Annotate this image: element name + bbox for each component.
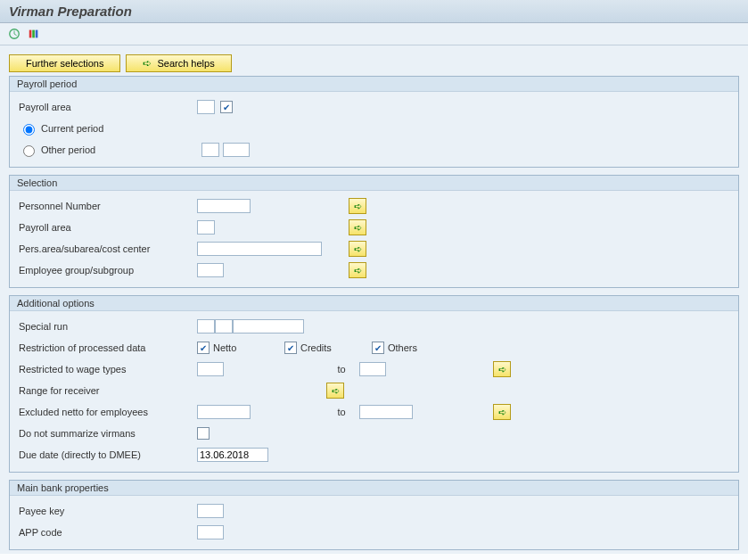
execute-icon[interactable] [7,27,21,41]
app-code-label: APP code [19,527,197,538]
do-not-summarize-label: Do not summarize virmans [19,428,197,439]
svg-rect-1 [29,30,32,38]
multi-select-icon[interactable] [326,383,344,399]
personnel-number-input[interactable] [197,199,251,213]
emp-group-label: Employee group/subgroup [19,265,197,276]
payee-key-input[interactable] [197,504,224,518]
group-selection: Selection Personnel Number Payroll area … [9,175,739,288]
multi-select-icon[interactable] [493,404,511,420]
restricted-wage-to[interactable] [359,362,386,376]
group-title-additional: Additional options [10,296,738,311]
variant-icon[interactable] [27,27,41,41]
payee-key-label: Payee key [19,506,197,516]
multi-select-icon[interactable] [349,241,366,257]
current-period-radio[interactable] [23,124,35,136]
to-label-2: to [324,407,359,417]
action-buttons: Further selections Search helps [9,54,739,72]
app-code-input[interactable] [197,525,224,539]
app-toolbar [0,23,748,45]
restricted-wage-from[interactable] [197,362,224,376]
pers-area-input[interactable] [197,242,322,256]
credits-label: Credits [300,342,372,353]
to-label-1: to [324,364,359,375]
range-receiver-label: Range for receiver [19,385,197,396]
other-period-input-1[interactable] [201,143,219,157]
restricted-wage-label: Restricted to wage types [19,364,197,375]
special-run-input-3[interactable] [233,319,304,334]
others-label: Others [388,342,417,353]
netto-label: Netto [213,342,284,353]
current-period-label: Current period [41,123,103,134]
credits-checkbox[interactable] [284,342,297,354]
emp-group-input[interactable] [197,263,224,277]
payroll-area-label: Payroll area [19,102,197,112]
other-period-input-2[interactable] [223,143,250,157]
multi-select-icon[interactable] [493,361,511,377]
special-run-input-1[interactable] [197,319,215,334]
group-title-bank: Main bank properties [10,481,738,496]
further-selections-label: Further selections [26,58,103,69]
svg-rect-2 [32,30,35,38]
multi-select-icon[interactable] [349,219,366,235]
do-not-summarize-checkbox[interactable] [197,427,210,440]
other-period-label: Other period [41,144,198,155]
arrow-right-icon [143,57,152,70]
page-title: Virman Preparation [0,0,748,23]
excluded-netto-label: Excluded netto for employees [19,407,197,417]
due-date-label: Due date (directly to DMEE) [19,449,197,460]
group-title-payroll: Payroll period [10,77,738,92]
personnel-number-label: Personnel Number [19,201,197,211]
group-title-selection: Selection [10,176,738,191]
content-area: Further selections Search helps Payroll … [0,45,748,554]
payroll-area-sel-input[interactable] [197,220,215,235]
further-selections-button[interactable]: Further selections [9,54,120,72]
multi-select-icon[interactable] [349,198,366,214]
group-payroll-period: Payroll period Payroll area Current peri… [9,76,739,168]
search-helps-button[interactable]: Search helps [126,54,231,72]
svg-rect-3 [36,30,38,38]
special-run-input-2[interactable] [215,319,233,334]
special-run-label: Special run [19,321,197,332]
others-checkbox[interactable] [372,342,384,354]
pers-area-label: Pers.area/subarea/cost center [19,243,197,254]
other-period-radio[interactable] [23,145,35,157]
search-helps-label: Search helps [157,58,214,69]
excluded-netto-from[interactable] [197,405,251,419]
multi-select-icon[interactable] [349,262,366,278]
value-help-icon[interactable] [220,101,233,113]
group-main-bank: Main bank properties Payee key APP code [9,480,739,550]
excluded-netto-to[interactable] [359,405,413,419]
payroll-area-sel-label: Payroll area [19,222,197,233]
restriction-label: Restriction of processed data [19,342,197,353]
due-date-input[interactable] [197,448,268,462]
group-additional-options: Additional options Special run Restricti… [9,295,739,473]
payroll-area-input[interactable] [197,100,215,114]
netto-checkbox[interactable] [197,342,210,354]
